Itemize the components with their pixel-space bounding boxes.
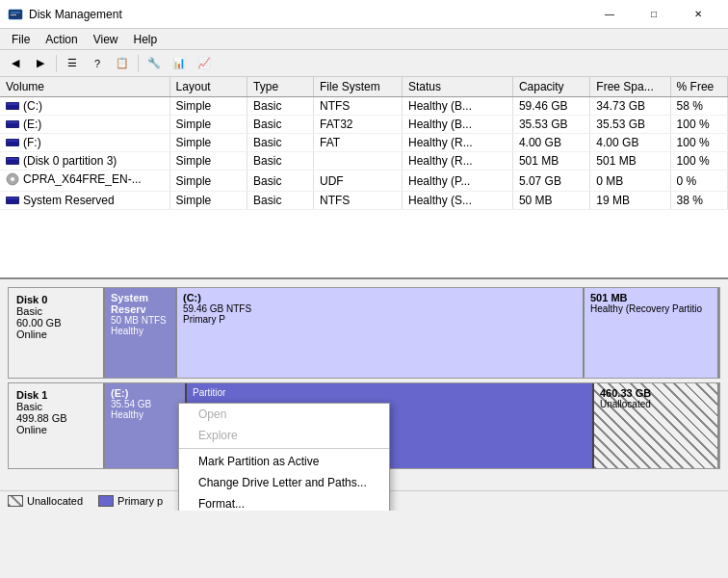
disk-0-label: Disk 0 Basic 60.00 GB Online <box>9 288 105 378</box>
disk-1-partition-unallocated[interactable]: 460.33 GB Unallocated <box>594 383 719 468</box>
disk-0-type: Basic <box>16 305 95 317</box>
disk-0-partition-recovery[interactable]: 501 MB Healthy (Recovery Partitio <box>585 288 719 378</box>
cell-pct: 100 % <box>670 116 727 134</box>
cell-capacity: 501 MB <box>512 152 589 171</box>
svg-point-12 <box>11 177 14 181</box>
partition-size: 50 MB NTFS <box>111 315 169 326</box>
cell-volume: CPRA_X64FRE_EN-... <box>0 171 169 192</box>
partition-status: Healthy <box>111 326 169 336</box>
cell-pct: 38 % <box>670 192 727 210</box>
cell-pct: 58 % <box>670 97 727 116</box>
col-pct[interactable]: % Free <box>670 77 727 97</box>
table-row[interactable]: System Reserved Simple Basic NTFS Health… <box>0 192 728 210</box>
col-volume[interactable]: Volume <box>0 77 169 97</box>
disk-0-size: 60.00 GB <box>16 317 95 328</box>
table-row[interactable]: (F:) Simple Basic FAT Healthy (R... 4.00… <box>0 134 728 152</box>
partition-primary: Primary P <box>183 314 577 325</box>
cell-pct: 0 % <box>670 171 727 192</box>
ctx-format[interactable]: Format... <box>179 493 389 511</box>
menu-view[interactable]: View <box>86 31 126 48</box>
cell-capacity: 35.53 GB <box>512 116 589 134</box>
col-type[interactable]: Type <box>247 77 314 97</box>
help-button[interactable]: ? <box>86 53 109 74</box>
menu-file[interactable]: File <box>4 31 38 48</box>
cell-layout: Simple <box>169 171 247 192</box>
disk-1-partition-e[interactable]: (E:) 35.54 GB Healthy <box>105 383 187 468</box>
legend-primary: Primary p <box>98 495 163 507</box>
col-free[interactable]: Free Spa... <box>590 77 670 97</box>
cell-capacity: 5.07 GB <box>512 171 589 192</box>
disk-0-partition-c[interactable]: (C:) 59.46 GB NTFS Primary P <box>177 288 585 378</box>
cell-type: Basic <box>247 116 314 134</box>
col-layout[interactable]: Layout <box>169 77 247 97</box>
col-filesystem[interactable]: File System <box>314 77 403 97</box>
table-row[interactable]: CPRA_X64FRE_EN-... Simple Basic UDF Heal… <box>0 171 728 192</box>
table-row[interactable]: (Disk 0 partition 3) Simple Basic Health… <box>0 152 728 171</box>
toolbar-btn-5[interactable]: 📈 <box>193 53 216 74</box>
menu-bar: File Action View Help <box>0 29 728 50</box>
cell-layout: Simple <box>169 134 247 152</box>
toolbar-btn-4[interactable]: 📊 <box>168 53 191 74</box>
cell-fs: FAT32 <box>314 116 403 134</box>
cell-fs: UDF <box>314 171 403 192</box>
cell-free: 4.00 GB <box>590 134 670 152</box>
ctx-mark-active[interactable]: Mark Partition as Active <box>179 451 389 472</box>
svg-rect-14 <box>7 197 18 199</box>
toolbar-separator-1 <box>56 55 57 72</box>
partition-size: Partitior <box>193 387 586 398</box>
disk-1-type: Basic <box>16 401 95 412</box>
disk-0-partition-sysreserved[interactable]: System Reserv 50 MB NTFS Healthy <box>105 288 177 378</box>
disk-1-size: 499.88 GB <box>16 412 95 424</box>
cell-type: Basic <box>247 152 314 171</box>
legend-unallocated: Unallocated <box>8 495 83 507</box>
minimize-button[interactable]: — <box>587 0 632 29</box>
table-header: Volume Layout Type File System Status Ca… <box>0 77 728 97</box>
cell-fs: NTFS <box>314 192 403 210</box>
ctx-change-drive-letter[interactable]: Change Drive Letter and Paths... <box>179 472 389 493</box>
cell-fs <box>314 152 403 171</box>
back-button[interactable]: ◀ <box>4 53 27 74</box>
cell-type: Basic <box>247 192 314 210</box>
ctx-separator-1 <box>179 448 389 449</box>
disk-1-label: Disk 1 Basic 499.88 GB Online <box>9 383 105 468</box>
partition-size: Unallocated <box>600 399 712 409</box>
cell-free: 0 MB <box>590 171 670 192</box>
close-button[interactable]: ✕ <box>676 0 720 29</box>
cell-layout: Simple <box>169 152 247 171</box>
toolbar-btn-3[interactable]: 🔧 <box>143 53 166 74</box>
cell-fs: FAT <box>314 134 403 152</box>
col-capacity[interactable]: Capacity <box>512 77 589 97</box>
disk-0-row: Disk 0 Basic 60.00 GB Online System Rese… <box>8 287 720 379</box>
table-row[interactable]: (E:) Simple Basic FAT32 Healthy (B... 35… <box>0 116 728 134</box>
menu-action[interactable]: Action <box>38 31 85 48</box>
context-menu: Open Explore Mark Partition as Active Ch… <box>178 403 390 511</box>
table-row[interactable]: (C:) Simple Basic NTFS Healthy (B... 59.… <box>0 97 728 116</box>
cell-free: 34.73 GB <box>590 97 670 116</box>
cell-status: Healthy (S... <box>402 192 512 210</box>
cell-layout: Simple <box>169 97 247 116</box>
menu-help[interactable]: Help <box>126 31 166 48</box>
properties-button[interactable]: 📋 <box>111 53 134 74</box>
disk-1-status: Online <box>16 424 95 435</box>
svg-rect-4 <box>7 103 18 105</box>
partition-name: 460.33 GB <box>600 387 712 399</box>
svg-rect-6 <box>7 121 18 123</box>
disk-area: Disk 0 Basic 60.00 GB Online System Rese… <box>0 279 728 511</box>
cell-type: Basic <box>247 134 314 152</box>
show-list-button[interactable]: ☰ <box>61 53 84 74</box>
maximize-button[interactable]: □ <box>632 0 676 29</box>
cell-free: 35.53 GB <box>590 116 670 134</box>
forward-button[interactable]: ▶ <box>29 53 52 74</box>
partition-name: (E:) <box>111 387 179 399</box>
cell-capacity: 50 MB <box>512 192 589 210</box>
cell-fs: NTFS <box>314 97 403 116</box>
cell-pct: 100 % <box>670 152 727 171</box>
svg-rect-1 <box>11 12 20 13</box>
partition-size: Healthy (Recovery Partitio <box>590 303 712 314</box>
disk-0-partitions: System Reserv 50 MB NTFS Healthy (C:) 59… <box>105 288 719 378</box>
cell-capacity: 4.00 GB <box>512 134 589 152</box>
app-icon <box>8 7 23 22</box>
col-status[interactable]: Status <box>402 77 512 97</box>
toolbar: ◀ ▶ ☰ ? 📋 🔧 📊 📈 <box>0 50 728 77</box>
legend-unallocated-label: Unallocated <box>27 495 83 507</box>
